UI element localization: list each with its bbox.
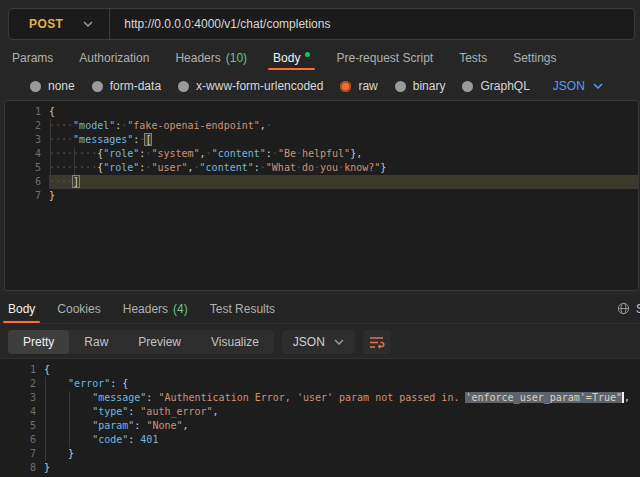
chevron-down-icon xyxy=(83,21,93,27)
tab-body[interactable]: Body xyxy=(273,45,310,70)
url-bar: POST http://0.0.0.0:4000/v1/chat/complet… xyxy=(8,8,635,40)
tab-authorization[interactable]: Authorization xyxy=(79,45,149,70)
active-tab-underline xyxy=(3,321,40,323)
tab-headers[interactable]: Headers (10) xyxy=(175,45,247,70)
code-line: 1{ xyxy=(5,105,638,119)
radio-circle-icon xyxy=(92,81,103,92)
radio-graphql[interactable]: GraphQL xyxy=(462,79,529,93)
response-tab-cookies[interactable]: Cookies xyxy=(57,295,100,323)
line-number: 2 xyxy=(0,377,44,391)
radio-x-www-form-urlencoded[interactable]: x-www-form-urlencoded xyxy=(178,79,323,93)
radio-form-data[interactable]: form-data xyxy=(92,79,161,93)
code-line: 5········{"role":·"user",·"content":·"Wh… xyxy=(5,161,638,175)
radio-circle-icon xyxy=(462,81,473,92)
response-headers-count: (4) xyxy=(173,302,188,316)
line-content: "code": 401 xyxy=(44,433,640,447)
code-line: 2 "error": { xyxy=(0,377,640,391)
request-body-editor[interactable]: 1{2····"model":·"fake-openai-endpoint",·… xyxy=(4,100,639,291)
line-content: ····"messages":·[ xyxy=(49,133,638,147)
radio-binary[interactable]: binary xyxy=(395,79,446,93)
line-number: 7 xyxy=(0,447,44,461)
line-number: 8 xyxy=(0,461,44,475)
body-modified-dot xyxy=(305,52,310,57)
code-line: 1{ xyxy=(0,363,640,377)
view-visualize[interactable]: Visualize xyxy=(196,330,274,354)
tab-params[interactable]: Params xyxy=(12,45,53,70)
line-number: 3 xyxy=(5,133,49,147)
response-view-switcher: Pretty Raw Preview Visualize xyxy=(8,330,274,354)
chevron-down-icon xyxy=(334,339,344,345)
response-format-select[interactable]: JSON xyxy=(282,330,355,354)
url-input[interactable]: http://0.0.0.0:4000/v1/chat/completions xyxy=(110,17,330,31)
code-line: 3 "message": "Authentication Error, 'use… xyxy=(0,391,640,405)
code-line: 4 "type": "auth_error", xyxy=(0,405,640,419)
line-content: { xyxy=(49,105,638,119)
radio-circle-icon xyxy=(178,81,189,92)
radio-raw[interactable]: raw xyxy=(340,79,377,93)
tab-pre-request-script[interactable]: Pre-request Script xyxy=(336,45,433,70)
line-content: ········{"role":·"user",·"content":·"Wha… xyxy=(49,161,638,175)
line-content: ········{"role":·"system",·"content":·"B… xyxy=(49,147,638,161)
line-content: "param": "None", xyxy=(44,419,640,433)
line-content: } xyxy=(44,461,640,475)
radio-circle-icon xyxy=(30,81,41,92)
line-content: "error": { xyxy=(44,377,640,391)
view-preview[interactable]: Preview xyxy=(123,330,196,354)
method-select[interactable]: POST xyxy=(9,9,109,39)
radio-circle-icon xyxy=(395,81,406,92)
response-tab-body[interactable]: Body xyxy=(8,295,35,323)
indent-guide xyxy=(69,391,70,447)
postman-request-view: POST http://0.0.0.0:4000/v1/chat/complet… xyxy=(0,0,640,477)
code-line: 3····"messages":·[ xyxy=(5,133,638,147)
response-header: Body Cookies Headers (4) Test Results St… xyxy=(0,295,640,324)
line-number: 3 xyxy=(0,391,44,405)
code-line: 4········{"role":·"system",·"content":·"… xyxy=(5,147,638,161)
code-line: 6····] xyxy=(5,175,638,189)
line-number: 5 xyxy=(0,419,44,433)
tab-tests[interactable]: Tests xyxy=(459,45,487,70)
indent-guide xyxy=(50,119,51,189)
line-number: 5 xyxy=(5,161,49,175)
view-pretty[interactable]: Pretty xyxy=(8,330,69,354)
line-content: } xyxy=(49,189,638,203)
indent-guide xyxy=(45,377,46,461)
line-number: 1 xyxy=(0,363,44,377)
active-tab-underline xyxy=(268,68,315,70)
tab-settings[interactable]: Settings xyxy=(513,45,556,70)
line-content: "message": "Authentication Error, 'user'… xyxy=(44,391,640,405)
line-number: 1 xyxy=(5,105,49,119)
response-toolbar: Pretty Raw Preview Visualize JSON xyxy=(8,330,391,354)
code-line: 7 } xyxy=(0,447,640,461)
request-tabs: Params Authorization Headers (10) Body P… xyxy=(12,45,557,70)
indent-guide xyxy=(74,147,75,175)
response-tabs: Body Cookies Headers (4) Test Results xyxy=(8,295,275,323)
code-line: 6 "code": 401 xyxy=(0,433,640,447)
line-content: { xyxy=(44,363,640,377)
line-number: 2 xyxy=(5,119,49,133)
method-label: POST xyxy=(29,17,63,31)
response-body-viewer[interactable]: 1{2 "error": {3 "message": "Authenticati… xyxy=(0,358,640,477)
body-type-row: none form-data x-www-form-urlencoded raw… xyxy=(30,75,603,97)
line-content: ····] xyxy=(49,175,638,189)
selected-text: 'enforce_user_param'=True" xyxy=(465,392,622,403)
line-number: 4 xyxy=(0,405,44,419)
line-number: 4 xyxy=(5,147,49,161)
line-content: ····"model":·"fake-openai-endpoint",· xyxy=(49,119,638,133)
code-line: 8} xyxy=(0,461,640,475)
line-content: } xyxy=(44,447,640,461)
line-number: 7 xyxy=(5,189,49,203)
line-number: 6 xyxy=(5,175,49,189)
wrap-text-button[interactable] xyxy=(363,330,391,354)
response-tab-headers[interactable]: Headers (4) xyxy=(123,295,188,323)
radio-selected-icon xyxy=(340,81,351,92)
status-text-clipped: Sta xyxy=(636,302,640,316)
line-number: 6 xyxy=(0,433,44,447)
wrap-text-icon xyxy=(369,336,385,349)
radio-none[interactable]: none xyxy=(30,79,75,93)
globe-icon[interactable] xyxy=(617,302,630,315)
raw-format-select[interactable]: JSON xyxy=(553,79,603,93)
chevron-down-icon xyxy=(593,83,603,89)
view-raw[interactable]: Raw xyxy=(69,330,123,354)
response-tab-test-results[interactable]: Test Results xyxy=(210,295,275,323)
code-line: 5 "param": "None", xyxy=(0,419,640,433)
